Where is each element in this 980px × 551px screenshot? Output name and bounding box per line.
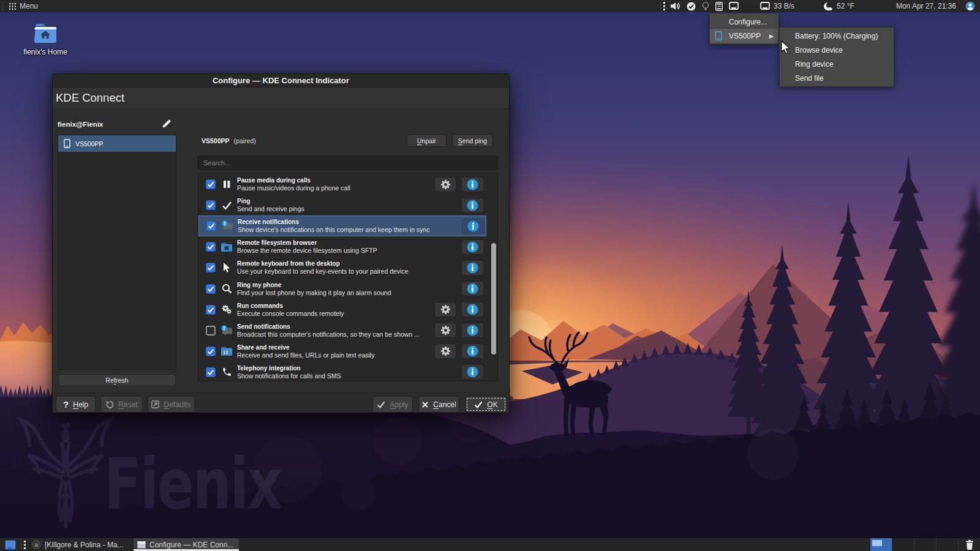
- grip-icon: [24, 541, 26, 549]
- moon-cloud-icon: [823, 2, 833, 11]
- plugin-icon-magnifier: [221, 283, 233, 295]
- display-icon: [729, 2, 739, 10]
- network-monitor[interactable]: [742, 0, 773, 12]
- plugin-info-button[interactable]: [461, 323, 484, 338]
- desktop-icon-home[interactable]: fienix's Home: [22, 23, 69, 56]
- taskbar-window-media[interactable]: a [Killgore & Polina - Ma...: [28, 538, 134, 551]
- plugin-info-button[interactable]: [461, 343, 484, 359]
- plugin-checkbox[interactable]: [206, 242, 216, 253]
- cancel-button[interactable]: Cancel: [418, 396, 459, 413]
- show-desktop-button[interactable]: [0, 538, 21, 551]
- show-desktop-icon: [5, 540, 16, 550]
- submenu-item-ring[interactable]: Ring device: [780, 57, 894, 71]
- plugin-description: Show notifications for calls and SMS: [237, 372, 436, 380]
- svg-text:Fienix: Fienix: [104, 443, 282, 525]
- plugin-checkbox[interactable]: [206, 347, 216, 358]
- plugin-row[interactable]: Ring my phoneFind your lost phone by mak…: [198, 278, 486, 299]
- plugin-row[interactable]: Remote keyboard from the desktopUse your…: [198, 257, 486, 278]
- reset-button[interactable]: Reset: [100, 396, 143, 413]
- plugin-info-button[interactable]: [461, 177, 484, 192]
- plugin-checkbox[interactable]: [206, 263, 216, 274]
- tasklist-grip[interactable]: [21, 541, 28, 549]
- menu-item-device[interactable]: VS500PP ▶: [710, 29, 778, 43]
- plugin-checkbox[interactable]: [206, 305, 216, 317]
- plugin-row[interactable]: Send notificationsBroadcast this compute…: [198, 320, 486, 341]
- workspace-1[interactable]: [870, 538, 892, 551]
- rename-device-button[interactable]: [162, 119, 172, 130]
- volume-tray-button[interactable]: [668, 0, 684, 12]
- updates-tray-button[interactable]: [684, 0, 699, 12]
- plugin-info-button[interactable]: [461, 302, 484, 317]
- user-menu-button[interactable]: [962, 0, 980, 12]
- ok-check-icon: [474, 401, 483, 408]
- device-list-item[interactable]: VS500PP: [58, 135, 176, 152]
- menu-item-configure-label: Configure...: [729, 18, 767, 26]
- plugin-description: Browse the remote device filesystem usin…: [237, 247, 436, 255]
- plugin-checkbox[interactable]: [206, 284, 216, 296]
- plugin-settings-button[interactable]: [434, 343, 456, 359]
- plugin-info-button[interactable]: [462, 219, 484, 234]
- weather-button[interactable]: [798, 0, 836, 12]
- workspace-3[interactable]: [914, 538, 937, 551]
- menu-item-configure[interactable]: Configure...: [710, 15, 778, 29]
- plugin-row[interactable]: Pause media during callsPause music/vide…: [198, 174, 486, 195]
- plugin-search-input[interactable]: [198, 156, 497, 170]
- submenu-item-browse[interactable]: Browse device: [780, 43, 894, 57]
- app-header-title: KDE Connect: [56, 91, 124, 105]
- help-label: Help: [73, 400, 88, 409]
- plugin-info-button[interactable]: [461, 281, 484, 296]
- taskbar-window-kdeconnect[interactable]: Configure — KDE Conn...: [134, 538, 239, 551]
- cancel-label: Cancel: [433, 400, 456, 409]
- window-titlebar[interactable]: Configure — KDE Connect Indicator: [53, 74, 509, 88]
- clock-text[interactable]: Mon Apr 27, 21:36: [858, 2, 962, 10]
- plugin-row[interactable]: Run commandsExecute console commands rem…: [198, 299, 486, 320]
- submenu-item-sendfile[interactable]: Send file: [780, 71, 894, 85]
- plugin-info-button[interactable]: [461, 198, 484, 213]
- plugin-row[interactable]: Remote filesystem browserBrowse the remo…: [198, 236, 486, 257]
- plugin-row[interactable]: Receive notificationsShow device's notif…: [198, 216, 486, 236]
- apply-check-icon: [377, 401, 385, 408]
- menu-item-device-label: VS500PP: [729, 32, 761, 40]
- plugin-info-button[interactable]: [461, 364, 484, 380]
- tray-grip[interactable]: [661, 0, 668, 12]
- workspace-4[interactable]: [937, 538, 959, 551]
- plugin-row[interactable]: Telephony integrationShow notifications …: [198, 362, 486, 381]
- plugin-checkbox[interactable]: [206, 221, 216, 233]
- plugin-checkbox[interactable]: [206, 367, 216, 379]
- window-title: Configure — KDE Connect Indicator: [213, 76, 349, 85]
- help-button[interactable]: ? Help: [56, 396, 96, 413]
- brightness-tray-button[interactable]: [699, 0, 712, 12]
- kdeconnect-tray-button[interactable]: [712, 0, 726, 12]
- top-panel: Menu: [0, 0, 980, 12]
- send-ping-button[interactable]: Send ping: [452, 135, 493, 147]
- plugin-settings-button[interactable]: [434, 323, 456, 338]
- plugin-settings-button[interactable]: [434, 177, 456, 192]
- refresh-button[interactable]: Refresh: [58, 374, 176, 386]
- send-ping-label: Send ping: [458, 137, 487, 144]
- plugin-row[interactable]: Share and receiveReceive and send files,…: [198, 341, 486, 362]
- plugin-icon-cursor: [221, 261, 233, 274]
- plugin-info-button[interactable]: [461, 239, 484, 255]
- plugin-row[interactable]: PingSend and receive pings: [198, 195, 486, 216]
- defaults-button[interactable]: Defaults: [148, 396, 195, 413]
- apply-button[interactable]: Apply: [372, 396, 413, 413]
- plugin-checkbox[interactable]: [206, 326, 216, 337]
- display-tray-button[interactable]: [726, 0, 742, 12]
- applications-menu-button[interactable]: Menu: [3, 0, 44, 12]
- taskbar-window-media-title: [Killgore & Polina - Ma...: [45, 541, 124, 549]
- ok-button[interactable]: OK: [465, 396, 507, 413]
- workspace-2[interactable]: [892, 538, 914, 551]
- plugin-info-button[interactable]: [461, 260, 484, 276]
- plugin-settings-button[interactable]: [434, 302, 456, 317]
- plugin-checkbox[interactable]: [206, 200, 216, 212]
- plugin-name: Run commands: [237, 302, 436, 310]
- plugin-icon-check: [221, 199, 233, 211]
- unpair-button[interactable]: Unpair: [407, 135, 447, 147]
- plugin-name: Share and receive: [237, 343, 436, 351]
- submenu-item-battery[interactable]: Battery: 100% (Charging): [780, 29, 894, 43]
- trash-button[interactable]: [959, 538, 980, 551]
- plugin-checkbox[interactable]: [206, 179, 216, 191]
- device-list: VS500PP: [58, 135, 176, 370]
- plugin-icon-folder: [221, 241, 233, 253]
- dialog-action-bar: ? Help Reset Defaults Apply: [53, 392, 509, 413]
